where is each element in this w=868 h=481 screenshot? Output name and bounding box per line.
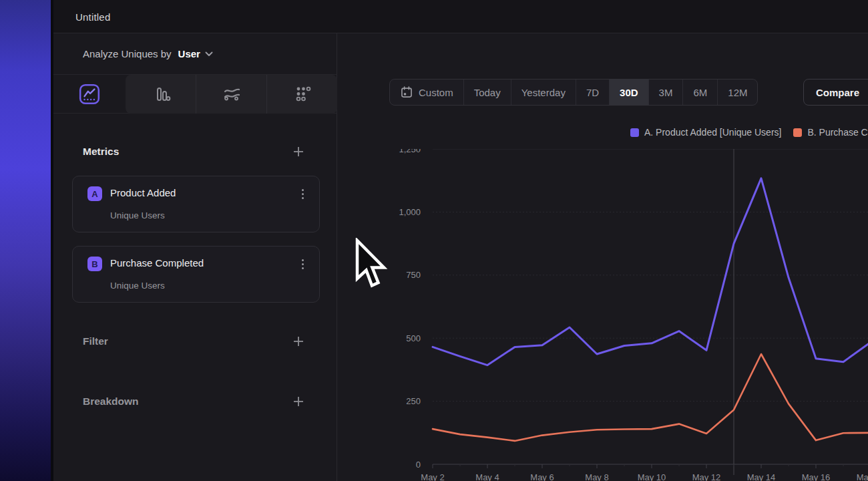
flow-icon bbox=[220, 84, 243, 105]
tab-bar-chart[interactable] bbox=[126, 75, 196, 114]
y-tick-label: 1,000 bbox=[399, 207, 421, 217]
analyze-entity-dropdown[interactable]: User bbox=[178, 48, 213, 59]
range-yesterday[interactable]: Yesterday bbox=[511, 79, 576, 105]
tab-flow[interactable] bbox=[196, 75, 266, 114]
range-label: 30D bbox=[620, 87, 638, 98]
analytics-app: Untitled Analyze Uniques by User bbox=[0, 0, 868, 481]
x-tick-label: May 2 bbox=[421, 472, 444, 481]
metric-badge-b: B bbox=[87, 257, 102, 271]
top-bar: Untitled bbox=[53, 0, 868, 33]
legend-item[interactable]: A. Product Added [Unique Users] bbox=[630, 127, 781, 138]
legend-label: B. Purchase Completed [Unique Users] bbox=[807, 127, 868, 138]
metric-measurement[interactable]: Unique Users bbox=[110, 281, 165, 291]
calendar-icon bbox=[400, 86, 413, 99]
series-line-a[interactable] bbox=[433, 178, 868, 365]
plus-icon bbox=[293, 396, 304, 407]
y-tick-label: 1,250 bbox=[399, 149, 421, 154]
series-line-b[interactable] bbox=[433, 354, 868, 441]
range-30d[interactable]: 30D bbox=[609, 79, 648, 105]
line-chart[interactable]: 02505007501,0001,250May 2May 4May 6May 8… bbox=[379, 149, 868, 481]
plus-icon bbox=[293, 146, 304, 157]
range-today[interactable]: Today bbox=[463, 79, 511, 105]
x-tick-label: May 12 bbox=[692, 472, 721, 481]
range-label: 12M bbox=[728, 87, 747, 98]
analyze-row: Analyze Uniques by User bbox=[53, 33, 337, 75]
y-tick-label: 750 bbox=[406, 270, 421, 280]
legend-item[interactable]: B. Purchase Completed [Unique Users] bbox=[793, 127, 868, 138]
metric-card-b[interactable]: B Purchase Completed Unique Users bbox=[72, 246, 320, 303]
line-chart-icon bbox=[78, 83, 101, 106]
chart-type-tab-group bbox=[126, 75, 337, 114]
range-7d[interactable]: 7D bbox=[576, 79, 609, 105]
chart-panel: CustomTodayYesterday7D30D3M6M12M Compare… bbox=[337, 33, 868, 481]
query-sidebar: Analyze Uniques by User bbox=[53, 33, 337, 481]
range-label: 3M bbox=[659, 87, 673, 98]
range-label: 6M bbox=[693, 87, 707, 98]
chevron-down-icon bbox=[205, 51, 213, 57]
x-tick-label: May 10 bbox=[638, 472, 666, 481]
legend-swatch bbox=[630, 128, 639, 137]
range-3m[interactable]: 3M bbox=[648, 79, 683, 105]
compare-button[interactable]: Compare bbox=[803, 79, 868, 106]
range-12m[interactable]: 12M bbox=[717, 79, 757, 105]
x-tick-label: May 18 bbox=[857, 472, 868, 481]
metric-badge-a: A bbox=[87, 186, 102, 201]
range-6m[interactable]: 6M bbox=[682, 79, 717, 105]
analyze-label: Analyze Uniques by bbox=[83, 48, 172, 59]
add-metric-button[interactable] bbox=[291, 144, 306, 159]
add-breakdown-button[interactable] bbox=[291, 394, 306, 409]
dot-grid-icon bbox=[292, 84, 313, 105]
kebab-menu-icon[interactable] bbox=[295, 186, 310, 201]
filter-header: Filter bbox=[53, 333, 337, 349]
y-tick-label: 250 bbox=[406, 396, 421, 406]
y-tick-label: 0 bbox=[416, 460, 421, 470]
date-range-segmented-control: CustomTodayYesterday7D30D3M6M12M bbox=[389, 79, 758, 106]
filter-title: Filter bbox=[83, 335, 108, 347]
range-label: Custom bbox=[419, 87, 453, 98]
metric-card-a[interactable]: A Product Added Unique Users bbox=[72, 176, 320, 232]
breakdown-title: Breakdown bbox=[83, 395, 139, 408]
metric-title[interactable]: Product Added bbox=[110, 187, 176, 198]
range-label: Today bbox=[474, 87, 501, 98]
x-tick-label: May 14 bbox=[747, 472, 776, 481]
bar-chart-icon bbox=[150, 84, 172, 105]
metric-title[interactable]: Purchase Completed bbox=[110, 257, 204, 269]
metrics-title: Metrics bbox=[83, 146, 119, 158]
background-gradient-strip bbox=[0, 0, 53, 481]
x-tick-label: May 4 bbox=[475, 472, 499, 481]
add-filter-button[interactable] bbox=[291, 334, 306, 349]
chart-type-tabs bbox=[53, 75, 337, 114]
range-label: Yesterday bbox=[521, 87, 566, 98]
breakdown-header: Breakdown bbox=[53, 393, 337, 410]
x-tick-label: May 16 bbox=[802, 472, 831, 481]
tab-retention[interactable] bbox=[266, 75, 337, 114]
range-custom[interactable]: Custom bbox=[390, 79, 463, 105]
report-title[interactable]: Untitled bbox=[75, 0, 110, 33]
metrics-header: Metrics bbox=[53, 144, 337, 160]
plus-icon bbox=[293, 336, 304, 347]
chart-legend: A. Product Added [Unique Users]B. Purcha… bbox=[630, 127, 868, 138]
metric-measurement[interactable]: Unique Users bbox=[110, 210, 165, 220]
x-tick-label: May 8 bbox=[585, 472, 608, 481]
kebab-menu-icon[interactable] bbox=[295, 257, 310, 271]
x-tick-label: May 6 bbox=[530, 472, 554, 481]
y-tick-label: 500 bbox=[406, 333, 421, 343]
tab-line-chart[interactable] bbox=[53, 75, 125, 114]
legend-swatch bbox=[793, 128, 802, 137]
range-label: 7D bbox=[586, 87, 599, 98]
legend-label: A. Product Added [Unique Users] bbox=[644, 127, 781, 138]
